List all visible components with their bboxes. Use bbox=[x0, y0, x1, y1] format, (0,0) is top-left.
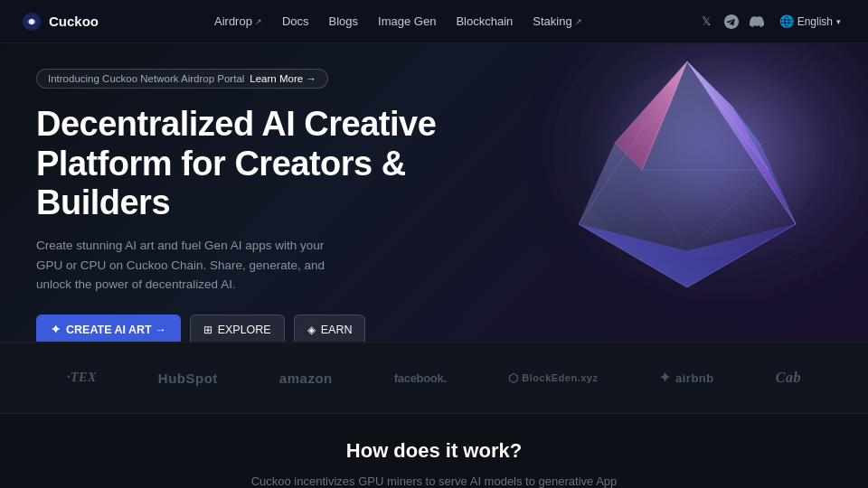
learn-more-link[interactable]: Learn More → bbox=[250, 73, 316, 84]
partner-cab: Cab bbox=[776, 370, 801, 386]
chevron-down-icon: ▾ bbox=[836, 17, 841, 26]
nav-image-gen[interactable]: Image Gen bbox=[371, 11, 443, 32]
hero-section: Introducing Cuckoo Network Airdrop Porta… bbox=[0, 43, 868, 342]
logo-icon bbox=[22, 12, 42, 32]
nav-blockchain[interactable]: Blockchain bbox=[448, 11, 520, 32]
external-link-icon: ↗ bbox=[255, 17, 262, 26]
partner-airbnb: ✦ airbnb bbox=[659, 370, 713, 386]
navbar: Cuckoo Airdrop ↗ Docs Blogs Image Gen Bl… bbox=[0, 0, 868, 43]
external-link-icon-2: ↗ bbox=[575, 17, 582, 26]
explore-button[interactable]: ⊞ EXPLORE bbox=[190, 314, 285, 342]
logo-text: Cuckoo bbox=[49, 14, 99, 29]
how-description: Cuckoo incentivizes GPU miners to serve … bbox=[244, 472, 624, 488]
nav-links: Airdrop ↗ Docs Blogs Image Gen Blockchai… bbox=[207, 11, 590, 32]
grid-icon: ⊞ bbox=[203, 324, 212, 336]
language-selector[interactable]: 🌐 English ▾ bbox=[774, 11, 846, 32]
nav-social: 𝕏 🌐 English ▾ bbox=[698, 11, 846, 32]
hero-title: Decentralized AI Creative Platform for C… bbox=[36, 105, 506, 223]
sparkle-icon: ✦ bbox=[51, 323, 61, 336]
partner-facebook: facebook. bbox=[394, 371, 447, 385]
nav-blogs[interactable]: Blogs bbox=[322, 11, 366, 32]
partner-hubspot: HubSpot bbox=[158, 371, 218, 386]
nav-docs[interactable]: Docs bbox=[275, 11, 316, 32]
nav-airdrop[interactable]: Airdrop ↗ bbox=[207, 11, 269, 32]
telegram-icon[interactable] bbox=[723, 14, 740, 30]
announcement-badge: Introducing Cuckoo Network Airdrop Porta… bbox=[36, 69, 328, 89]
partner-iotex: ·TEX bbox=[67, 371, 97, 385]
hero-description: Create stunning AI art and fuel Gen AI a… bbox=[36, 236, 344, 295]
logo[interactable]: Cuckoo bbox=[22, 12, 99, 32]
twitter-icon[interactable]: 𝕏 bbox=[698, 14, 714, 30]
earn-button[interactable]: ◈ EARN bbox=[294, 314, 366, 342]
coin-icon: ◈ bbox=[307, 324, 316, 336]
language-icon: 🌐 bbox=[779, 14, 794, 28]
discord-icon[interactable] bbox=[749, 14, 765, 30]
how-title: How does it work? bbox=[36, 439, 832, 463]
hero-content: Introducing Cuckoo Network Airdrop Porta… bbox=[36, 69, 506, 342]
create-ai-art-button[interactable]: ✦ CREATE AI ART → bbox=[36, 314, 181, 342]
nav-staking[interactable]: Staking ↗ bbox=[525, 11, 589, 32]
hero-buttons: ✦ CREATE AI ART → ⊞ EXPLORE ◈ EARN bbox=[36, 314, 506, 342]
partner-amazon: amazon bbox=[279, 371, 333, 386]
partner-blockeden: ⬡ BlockEden.xyz bbox=[508, 371, 599, 385]
partners-strip: ·TEX HubSpot amazon facebook. ⬡ BlockEde… bbox=[0, 342, 868, 414]
how-section: How does it work? Cuckoo incentivizes GP… bbox=[0, 414, 868, 488]
svg-point-1 bbox=[29, 19, 34, 24]
